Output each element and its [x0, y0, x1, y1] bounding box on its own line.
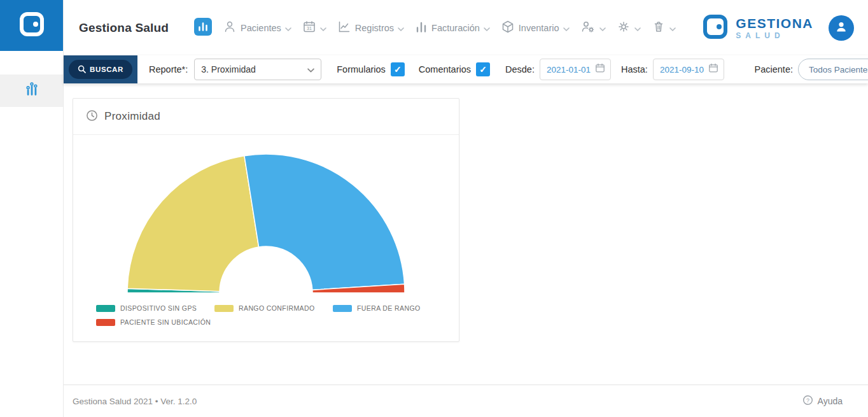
search-button[interactable]: Buscar	[69, 60, 132, 79]
logo-text-line1: GESTIONA	[736, 17, 813, 30]
search-button-label: Buscar	[90, 66, 123, 73]
chevron-down-icon	[599, 22, 606, 34]
chevron-down-icon	[669, 22, 676, 34]
nav-item-pacientes[interactable]: Pacientes	[223, 20, 291, 36]
chevron-down-icon	[634, 22, 641, 34]
nav-label-inventario: Inventario	[519, 23, 559, 33]
calendar-day-number: 31	[307, 26, 312, 31]
date-to-input[interactable]: 2021-09-10	[653, 59, 724, 80]
line-chart-icon	[337, 20, 351, 36]
help-label: Ayuda	[818, 396, 843, 406]
report-select[interactable]: 3. Proximidad	[194, 59, 321, 80]
nav-item-registros[interactable]: Registros	[337, 20, 404, 36]
calendar-icon: 31	[302, 20, 316, 36]
forms-label: Formularios	[337, 64, 386, 74]
content-column: Gestiona Salud	[64, 0, 868, 417]
chevron-down-icon	[563, 22, 570, 34]
bar-chart-icon	[22, 80, 41, 102]
date-to-label: Hasta:	[621, 64, 648, 74]
reports-active-icon	[194, 18, 212, 38]
date-from-input[interactable]: 2021-01-01	[540, 59, 611, 80]
header-right: GESTIONA SALUD	[701, 13, 854, 43]
chevron-down-icon	[484, 22, 490, 34]
donut-segment-1[interactable]	[127, 156, 258, 292]
date-to-value: 2021-09-10	[660, 65, 704, 74]
nav-label-facturacion: Facturación	[431, 23, 480, 33]
nav-item-facturacion[interactable]: Facturación	[415, 20, 490, 36]
donut-segment-2[interactable]	[244, 154, 405, 290]
nav-item-trash[interactable]	[652, 20, 676, 36]
nav-item-calendar[interactable]: 31	[302, 20, 326, 36]
search-icon	[78, 65, 86, 74]
proximity-card: Proximidad DISPOSITIVO SIN GPSRANGO CONF…	[73, 98, 459, 342]
sidebar	[0, 0, 64, 417]
logo-text-line2: SALUD	[736, 32, 813, 39]
comments-label: Comentarios	[419, 64, 471, 74]
nav-item-settings[interactable]	[617, 20, 641, 36]
patient-label: Paciente:	[755, 64, 793, 74]
user-avatar-button[interactable]	[829, 15, 854, 41]
nav-item-reports-active[interactable]	[194, 18, 212, 38]
legend-item-3[interactable]: PACIENTE SIN UBICACIÓN	[96, 318, 214, 326]
trash-icon	[652, 20, 666, 36]
chevron-down-icon	[320, 22, 326, 34]
calendar-icon	[708, 63, 718, 76]
header: Gestiona Salud	[64, 0, 868, 55]
nav-label-pacientes: Pacientes	[241, 23, 281, 33]
patient-select[interactable]: Todos Pacientes	[798, 59, 868, 80]
forms-checkbox[interactable]: ✓	[391, 62, 405, 76]
bars-icon	[415, 20, 428, 36]
person-gear-icon	[580, 20, 596, 36]
sidebar-item-reports[interactable]	[0, 74, 63, 107]
nav-item-inventario[interactable]: Inventario	[501, 20, 570, 36]
legend-item-1[interactable]: RANGO CONFIRMADO	[214, 304, 333, 312]
legend-label: PACIENTE SIN UBICACIÓN	[120, 318, 211, 326]
main-content: Proximidad DISPOSITIVO SIN GPSRANGO CONF…	[64, 83, 868, 385]
user-icon	[834, 20, 848, 36]
brand-text: Gestiona Salud	[79, 21, 169, 35]
brand-logo-lockup[interactable]: GESTIONA SALUD	[701, 13, 813, 43]
card-header: Proximidad	[73, 99, 459, 135]
patient-icon	[223, 20, 237, 36]
legend-item-2[interactable]: FUERA DE RANGO	[333, 304, 451, 312]
main-nav: Pacientes 31	[194, 18, 686, 38]
patient-select-value: Todos Pacientes	[809, 65, 868, 74]
help-icon: ?	[802, 395, 813, 408]
legend-swatch	[214, 305, 234, 312]
footer-version-text: Gestiona Salud 2021 • Ver. 1.2.0	[73, 397, 197, 406]
chevron-down-icon	[285, 22, 291, 34]
checkmark-icon: ✓	[479, 64, 487, 74]
cube-icon	[501, 20, 515, 36]
chevron-down-icon	[307, 64, 314, 74]
legend-item-0[interactable]: DISPOSITIVO SIN GPS	[96, 304, 214, 312]
report-select-value: 3. Proximidad	[201, 64, 256, 74]
brand-logo-icon	[701, 13, 729, 43]
date-from-label: Desde:	[505, 64, 535, 74]
filter-toolbar: Buscar Reporte*: 3. Proximidad Formulari…	[64, 55, 868, 83]
gear-icon	[617, 20, 631, 36]
date-from-value: 2021-01-01	[547, 65, 591, 74]
nav-item-user-admin[interactable]	[580, 20, 606, 36]
brand-logo-text: GESTIONA SALUD	[736, 17, 813, 39]
brand-logo-icon	[18, 10, 46, 41]
app-root: Gestiona Salud	[0, 0, 868, 417]
legend-label: RANGO CONFIRMADO	[239, 304, 315, 312]
proximity-donut	[120, 149, 412, 299]
comments-checkbox[interactable]: ✓	[476, 62, 490, 76]
app-logo-button[interactable]	[0, 0, 63, 51]
checkmark-icon: ✓	[394, 64, 402, 74]
footer: Gestiona Salud 2021 • Ver. 1.2.0 ? Ayuda	[64, 385, 868, 417]
help-link[interactable]: ? Ayuda	[802, 395, 843, 408]
chart-area	[73, 135, 459, 299]
report-label: Reporte*:	[149, 64, 188, 74]
svg-text:?: ?	[806, 397, 809, 403]
search-block: Buscar	[64, 55, 137, 83]
legend-swatch	[96, 305, 115, 312]
card-title: Proximidad	[104, 110, 160, 123]
clock-icon	[86, 110, 98, 124]
nav-label-registros: Registros	[355, 23, 394, 33]
legend-swatch	[96, 319, 115, 326]
calendar-icon	[595, 63, 605, 76]
legend-label: DISPOSITIVO SIN GPS	[120, 304, 197, 312]
chevron-down-icon	[398, 22, 404, 34]
